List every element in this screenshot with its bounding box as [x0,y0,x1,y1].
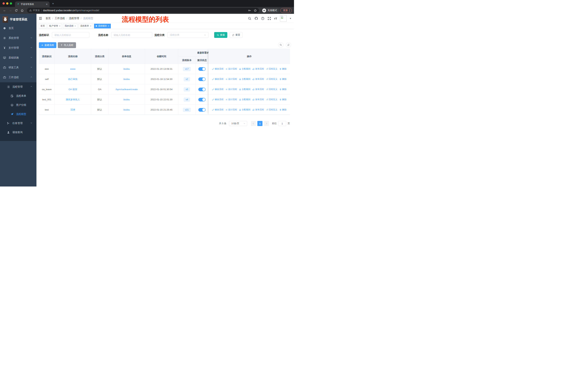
tag-租户管理[interactable]: 租户管理× [48,24,62,28]
forward-icon[interactable]: → [8,8,13,13]
filter-name-input[interactable] [111,32,152,38]
active-toggle[interactable] [198,108,206,112]
font-size-icon[interactable]: ᴛT [274,17,277,20]
breadcrumb-item[interactable]: 流程模型 [83,17,93,20]
action-流程定义[interactable]: 流程定义 [266,78,277,81]
sidebar-item-用户分组[interactable]: 用户分组 [0,101,36,110]
filter-id-input[interactable] [52,32,89,38]
import-process-button[interactable]: 导入流程 [58,42,76,48]
action-流程定义[interactable]: 流程定义 [266,67,277,71]
tag-close-icon[interactable]: × [90,25,91,27]
action-删除[interactable]: 删除 [279,67,286,71]
sidebar-item-支付管理[interactable]: 支付管理 [0,43,36,53]
page-size-select[interactable]: 10条/页 [229,121,247,126]
version-badge[interactable]: v2 [184,77,190,81]
version-badge[interactable]: v4 [184,98,190,102]
process-name-link[interactable]: eeee [70,68,75,70]
action-修改流程[interactable]: 修改流程 [212,78,223,81]
action-分配规则[interactable]: 分配规则 [239,98,251,101]
action-发布流程[interactable]: 发布流程 [252,78,264,81]
form-link[interactable]: /bpm/oa/leave/create [116,88,138,91]
form-link[interactable]: biubiu [123,108,130,111]
tag-close-icon[interactable]: × [59,25,60,27]
action-流程定义[interactable]: 流程定义 [266,108,277,111]
action-发布流程[interactable]: 发布流程 [252,67,264,71]
action-发布流程[interactable]: 发布流程 [252,108,264,111]
key-icon[interactable] [248,9,251,12]
header-search-icon[interactable] [248,17,252,20]
traffic-close-button[interactable] [2,2,5,5]
back-icon[interactable]: ← [2,8,7,13]
sidebar-item-首页[interactable]: 首页 [0,23,36,33]
action-发布流程[interactable]: 发布流程 [252,88,264,91]
process-name-link[interactable]: OA 请假 [69,88,77,91]
process-name-link[interactable]: 测试多审批人 [66,98,80,101]
tag-流程表单[interactable]: 流程表单× [79,24,93,28]
active-toggle[interactable] [198,77,206,81]
reload-icon[interactable] [14,8,19,13]
new-tab-button[interactable]: + [52,2,54,5]
action-分配规则[interactable]: 分配规则 [239,67,251,71]
next-page-button[interactable] [264,121,269,126]
tag-我的流程[interactable]: 我的流程× [63,24,77,28]
logo-row[interactable]: 芋道管理系统 [0,14,36,23]
action-删除[interactable]: 删除 [279,98,286,101]
goto-page-input[interactable] [278,121,286,126]
url-bar[interactable]: 不安全 dashboard.yudao.iocoder.cn/bpm/manag… [27,8,259,13]
form-link[interactable]: biubiu [123,68,130,70]
prev-page-button[interactable] [251,121,256,126]
browser-menu-icon[interactable] [289,9,290,12]
process-name-link[interactable]: 滔博 [71,108,75,111]
sidebar-item-请假查询[interactable]: 请假查询 [0,128,36,137]
fullscreen-icon[interactable] [268,17,271,20]
sidebar-item-流程表单[interactable]: 流程表单 [0,91,36,101]
action-分配规则[interactable]: 分配规则 [239,88,251,91]
process-name-link[interactable]: 自己审批 [68,78,78,81]
sidebar-item-工作流程[interactable]: 工作流程 [0,72,36,82]
sidebar-item-研发工具[interactable]: 研发工具 [0,63,36,72]
collapse-sidebar-icon[interactable] [39,17,42,20]
action-流程定义[interactable]: 流程定义 [266,88,277,91]
tag-首页[interactable]: 首页 [39,24,46,28]
form-link[interactable]: biubiu [123,78,130,81]
create-process-button[interactable]: 新建流程 [39,42,56,48]
sidebar-item-流程管理[interactable]: 流程管理 [0,82,36,91]
current-page-button[interactable]: 1 [257,121,262,126]
hide-search-button[interactable] [278,42,284,48]
action-设计流程[interactable]: 设计流程 [225,98,237,101]
breadcrumb-item[interactable]: 流程管理 [69,17,79,20]
version-badge[interactable]: v21 [183,108,190,112]
github-icon[interactable] [254,17,258,20]
version-badge[interactable]: v5 [184,87,190,91]
form-link[interactable]: biubiu [123,98,130,101]
action-修改流程[interactable]: 修改流程 [212,108,223,111]
filter-category-select[interactable]: 流程分类 [168,32,209,38]
refresh-table-button[interactable] [286,42,291,48]
security-indicator[interactable]: 不安全 [29,9,40,12]
help-icon[interactable] [261,17,265,20]
tag-流程模型[interactable]: 流程模型× [94,24,111,28]
breadcrumb-item[interactable]: 工作流程 [55,17,65,20]
action-设计流程[interactable]: 设计流程 [225,88,237,91]
traffic-minimize-button[interactable] [6,2,8,5]
action-删除[interactable]: 删除 [279,78,286,81]
browser-tab[interactable]: 芋道管理系统 ✕ [15,1,50,7]
active-toggle[interactable] [198,88,206,91]
action-分配规则[interactable]: 分配规则 [239,78,251,81]
action-删除[interactable]: 删除 [279,88,286,91]
action-修改流程[interactable]: 修改流程 [212,98,223,101]
active-toggle[interactable] [198,67,206,71]
home-icon[interactable] [20,8,24,13]
tag-close-icon[interactable]: × [74,25,76,27]
search-button[interactable]: 搜索 [214,32,227,38]
sidebar-item-系统管理[interactable]: 系统管理 [0,33,36,43]
action-流程定义[interactable]: 流程定义 [266,98,277,101]
action-分配规则[interactable]: 分配规则 [239,108,251,111]
avatar-caret-icon[interactable]: ▼ [289,17,292,20]
action-发布流程[interactable]: 发布流程 [252,98,264,101]
breadcrumb-item[interactable]: 首页 [46,17,51,20]
sidebar-item-流程模型[interactable]: 流程模型 [0,110,36,119]
action-修改流程[interactable]: 修改流程 [212,67,223,71]
user-avatar[interactable] [280,15,286,22]
action-修改流程[interactable]: 修改流程 [212,88,223,91]
